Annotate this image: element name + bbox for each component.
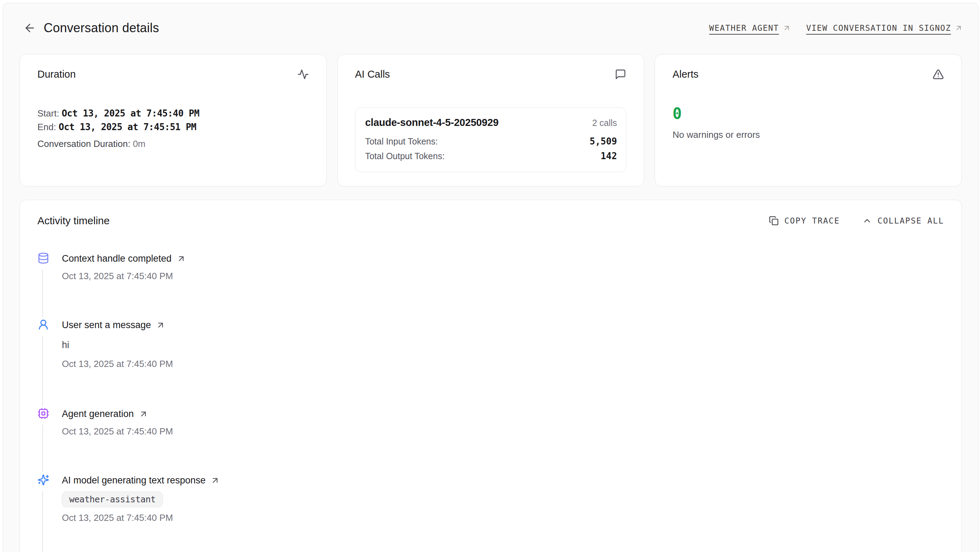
timeline-item-title: AI model generating text response	[62, 475, 205, 486]
duration-card: Duration Start: Oct 13, 2025 at 7:45:40 …	[19, 54, 327, 187]
start-value: Oct 13, 2025 at 7:45:40 PM	[62, 108, 199, 119]
output-tokens-label: Total Output Tokens:	[365, 151, 445, 161]
conversation-duration-value: 0m	[133, 139, 145, 149]
external-link-icon	[955, 24, 963, 32]
weather-agent-link[interactable]: WEATHER AGENT	[709, 24, 791, 32]
timeline-item-title: Agent generation	[62, 408, 134, 420]
page-header: Conversation details WEATHER AGENT VIEW …	[3, 3, 978, 35]
summary-cards-row: Duration Start: Oct 13, 2025 at 7:45:40 …	[19, 54, 962, 187]
back-button[interactable]	[24, 22, 36, 34]
timeline-list: Context handle completedOct 13, 2025 at …	[37, 253, 944, 523]
timeline-item-timestamp: Oct 13, 2025 at 7:45:40 PM	[62, 271, 944, 282]
timeline-item: AI model generating text responseweather…	[37, 475, 944, 523]
copy-trace-label: COPY TRACE	[784, 216, 840, 225]
input-tokens-label: Total Input Tokens:	[365, 136, 438, 147]
timeline-item-title: Context handle completed	[62, 253, 172, 264]
weather-agent-link-label: WEATHER AGENT	[709, 24, 779, 32]
collapse-all-label: COLLAPSE ALL	[878, 216, 944, 225]
sparkles-icon	[37, 474, 49, 486]
timeline-item-link[interactable]: User sent a message	[62, 320, 944, 330]
end-label: End:	[37, 122, 56, 132]
timeline-item-link[interactable]: AI model generating text response	[62, 475, 944, 486]
page-title: Conversation details	[44, 21, 159, 35]
timeline-item-timestamp: Oct 13, 2025 at 7:45:40 PM	[62, 426, 944, 437]
duration-start-row: Start: Oct 13, 2025 at 7:45:40 PM	[37, 108, 309, 119]
output-tokens-value: 142	[600, 151, 617, 161]
header-links: WEATHER AGENT VIEW CONVERSATION IN SIGNO…	[709, 24, 963, 32]
view-conversation-signoz-link[interactable]: VIEW CONVERSATION IN SIGNOZ	[806, 24, 963, 32]
timeline-item-link[interactable]: Agent generation	[62, 408, 944, 420]
database-icon	[37, 252, 49, 264]
conversation-duration-label: Conversation Duration:	[37, 139, 130, 149]
activity-timeline-card: Activity timeline COPY TRACE COLLAPSE AL…	[19, 200, 962, 552]
model-usage-card: claude-sonnet-4-5-20250929 2 calls Total…	[355, 107, 627, 172]
signoz-link-label: VIEW CONVERSATION IN SIGNOZ	[806, 24, 951, 32]
timeline-item-badge: weather-assistant	[62, 491, 163, 507]
external-link-icon	[177, 254, 186, 263]
copy-icon	[769, 216, 779, 226]
copy-trace-button[interactable]: COPY TRACE	[769, 216, 840, 226]
chevron-up-icon	[862, 216, 872, 226]
timeline-item-timestamp: Oct 13, 2025 at 7:45:40 PM	[62, 512, 944, 523]
conversation-duration-row: Conversation Duration: 0m	[37, 139, 309, 149]
timeline-item-title: User sent a message	[62, 320, 151, 330]
input-tokens-value: 5,509	[590, 136, 617, 147]
duration-card-title: Duration	[37, 69, 76, 80]
alerts-count: 0	[673, 105, 944, 122]
timeline-item: Context handle completedOct 13, 2025 at …	[37, 253, 944, 320]
ai-calls-card: AI Calls claude-sonnet-4-5-20250929 2 ca…	[337, 54, 644, 187]
alerts-card-title: Alerts	[673, 69, 698, 80]
timeline-item-link[interactable]: Context handle completed	[62, 253, 944, 264]
user-icon	[37, 319, 49, 330]
timeline-item-timestamp: Oct 13, 2025 at 7:45:40 PM	[62, 359, 944, 369]
end-value: Oct 13, 2025 at 7:45:51 PM	[59, 122, 196, 132]
external-link-icon	[783, 24, 791, 32]
external-link-icon	[139, 409, 148, 419]
model-call-count: 2 calls	[592, 118, 617, 128]
cpu-icon	[37, 408, 49, 420]
start-label: Start:	[37, 108, 59, 119]
alerts-message: No warnings or errors	[673, 129, 944, 140]
collapse-all-button[interactable]: COLLAPSE ALL	[862, 216, 944, 226]
model-name: claude-sonnet-4-5-20250929	[365, 117, 499, 128]
message-square-icon	[615, 69, 626, 80]
alerts-card: Alerts 0 No warnings or errors	[655, 54, 962, 187]
activity-timeline-title: Activity timeline	[37, 215, 110, 227]
activity-icon	[298, 69, 309, 80]
timeline-item-content: hi	[62, 340, 944, 351]
external-link-icon	[156, 321, 165, 330]
timeline-item: Agent generationOct 13, 2025 at 7:45:40 …	[37, 408, 944, 475]
arrow-left-icon	[24, 22, 36, 34]
external-link-icon	[210, 476, 220, 485]
ai-calls-card-title: AI Calls	[355, 69, 390, 80]
duration-end-row: End: Oct 13, 2025 at 7:45:51 PM	[37, 122, 309, 132]
timeline-item: User sent a messagehiOct 13, 2025 at 7:4…	[37, 320, 944, 408]
triangle-alert-icon	[932, 69, 944, 80]
main-panel: Conversation details WEATHER AGENT VIEW …	[3, 3, 978, 552]
